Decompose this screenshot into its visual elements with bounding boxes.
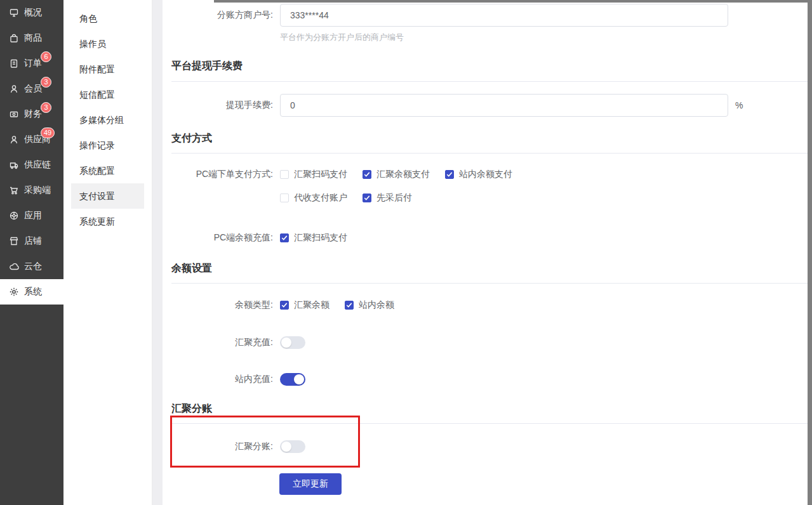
checkbox-site-balance-pay[interactable]: 站内余额支付 [445,169,512,180]
section-title-huiju-split: 汇聚分账 [171,402,808,424]
supplier-icon [9,134,19,145]
merchant-no-input[interactable] [280,4,728,27]
checkbox-icon [363,193,371,202]
checkbox-icon [345,301,354,310]
checkbox-huiju-scan-pay[interactable]: 汇聚扫码支付 [280,169,347,180]
checkbox-label: 汇聚扫码支付 [294,169,347,180]
percent-suffix: % [735,100,743,110]
sidebar-item-label: 财务 [24,108,42,120]
checkbox-label: 汇聚余额支付 [376,169,430,180]
submenu-item-operation-log[interactable]: 操作记录 [71,133,144,158]
site-recharge-label: 站内充值: [171,374,273,385]
huiju-split-toggle[interactable] [280,440,305,453]
withdraw-fee-input[interactable] [280,94,728,117]
checkbox-icon [280,301,289,310]
checkbox-icon [363,170,371,179]
main-sidebar: 概况 商品 订单 6 会员 3 财务 3 供应商 49 供应链 [0,0,63,505]
merchant-no-help: 平台作为分账方开户后的商户编号 [280,32,808,43]
checkbox-label: 代收支付账户 [294,192,347,204]
checkbox-label: 汇聚余额 [294,299,329,311]
gear-icon [9,287,19,297]
sidebar-item-overview[interactable]: 概况 [0,0,63,25]
sidebar-item-label: 会员 [24,83,42,95]
submenu-item-roles[interactable]: 角色 [71,6,144,31]
site-recharge-toggle[interactable] [280,373,305,386]
submenu-item-media-groups[interactable]: 多媒体分组 [71,107,144,133]
submenu-item-payment-settings[interactable]: 支付设置 [71,183,144,209]
banknote-icon [9,109,19,119]
sidebar-item-purchasing[interactable]: 采购端 [0,178,63,203]
pc-balance-recharge-row: PC端余额充值: 汇聚扫码支付 [171,232,808,244]
sidebar-item-cloud-warehouse[interactable]: 云仓 [0,254,63,279]
toggle-knob [281,442,291,452]
huiju-recharge-toggle[interactable] [280,336,305,349]
pc-order-methods-row1: PC端下单支付方式: 汇聚扫码支付 汇聚余额支付 站内余额支付 [171,168,808,181]
pc-balance-recharge-label: PC端余额充值: [171,232,273,244]
members-badge: 3 [41,77,51,88]
submenu-item-operators[interactable]: 操作员 [71,31,144,56]
sidebar-gutter [152,0,163,505]
huiju-recharge-label: 汇聚充值: [171,337,273,348]
sidebar-item-label: 商品 [24,32,42,44]
section-title-withdraw-fee: 平台提现手续费 [171,60,808,82]
checkbox-collection-account[interactable]: 代收支付账户 [280,192,347,204]
site-recharge-toggle-row: 站内充值: [171,373,808,386]
checkbox-icon [280,193,289,202]
checkbox-huiju-balance-pay[interactable]: 汇聚余额支付 [363,169,430,180]
checkbox-icon [445,170,454,179]
submenu-item-system-update[interactable]: 系统更新 [71,209,144,234]
sidebar-item-label: 云仓 [24,261,42,272]
sidebar-item-label: 店铺 [24,235,42,247]
user-icon [9,84,19,94]
shop-icon [9,236,19,246]
sidebar-item-label: 供应链 [24,159,51,171]
sidebar-item-label: 应用 [24,210,42,221]
submenu-item-sms-config[interactable]: 短信配置 [71,82,144,107]
toggle-knob [294,374,304,384]
merchant-no-row: 分账方商户号: [171,4,808,27]
withdraw-fee-label: 提现手续费: [171,100,273,111]
checkbox-buy-first-pay-later[interactable]: 先采后付 [363,192,412,204]
balance-type-label: 余额类型: [171,299,273,311]
submenu-item-system-config[interactable]: 系统配置 [71,158,144,183]
sidebar-item-orders[interactable]: 订单 6 [0,51,63,76]
balance-type-row: 余额类型: 汇聚余额 站内余额 [171,299,808,312]
sub-sidebar: 角色 操作员 附件配置 短信配置 多媒体分组 操作记录 系统配置 支付设置 系统… [63,0,152,505]
checkbox-huiju-balance[interactable]: 汇聚余额 [280,299,329,311]
checkbox-label: 汇聚扫码支付 [294,232,347,244]
suppliers-badge: 49 [41,128,55,138]
vertical-scrollbar[interactable] [808,0,812,505]
pc-order-methods-row2: 代收支付账户 先采后付 [171,192,808,204]
sidebar-item-apps[interactable]: 应用 [0,203,63,228]
toggle-knob [281,338,291,348]
finance-badge: 3 [41,102,51,113]
sidebar-item-suppliers[interactable]: 供应商 49 [0,127,63,152]
section-title-payment-methods: 支付方式 [171,132,808,154]
checkbox-icon [280,233,289,242]
pc-order-methods-label: PC端下单支付方式: [171,169,273,180]
huiju-split-toggle-row: 汇聚分账: [171,440,808,453]
sidebar-item-shops[interactable]: 店铺 [0,228,63,254]
checkbox-recharge-huiju-scan[interactable]: 汇聚扫码支付 [280,232,347,244]
section-title-balance-settings: 余额设置 [171,262,808,284]
apps-icon [9,211,19,221]
sidebar-item-supply-chain[interactable]: 供应链 [0,152,63,178]
sidebar-item-members[interactable]: 会员 3 [0,76,63,102]
sidebar-item-system[interactable]: 系统 [0,279,63,305]
orders-badge: 6 [41,51,51,62]
sidebar-item-goods[interactable]: 商品 [0,25,63,51]
app-layout: 概况 商品 订单 6 会员 3 财务 3 供应商 49 供应链 [0,0,812,505]
merchant-no-label: 分账方商户号: [171,10,273,21]
checkbox-label: 先采后付 [376,192,412,204]
cart-icon [9,185,19,195]
submenu-item-attachment-config[interactable]: 附件配置 [71,56,144,82]
update-now-button[interactable]: 立即更新 [279,473,342,495]
bag-icon [9,33,19,43]
withdraw-fee-row: 提现手续费: % [171,94,808,117]
sidebar-item-label: 订单 [24,58,42,69]
sidebar-item-finance[interactable]: 财务 3 [0,102,63,127]
sidebar-item-label: 系统 [24,286,42,298]
checkbox-site-balance[interactable]: 站内余额 [345,299,394,311]
checkbox-label: 站内余额支付 [459,169,512,180]
top-scrollbar[interactable] [214,0,808,3]
